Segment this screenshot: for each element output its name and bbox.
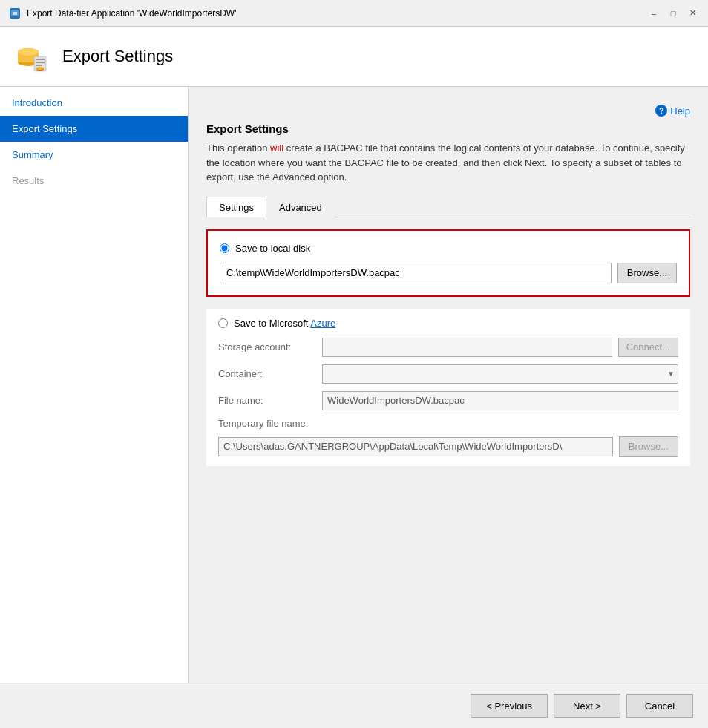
previous-button[interactable]: < Previous [471, 694, 548, 718]
save-azure-radio[interactable] [218, 318, 228, 328]
local-path-input[interactable] [220, 263, 612, 283]
save-local-option: Save to local disk [220, 243, 677, 254]
main-panel: ? Help Export Settings This operation wi… [189, 87, 708, 683]
main-content: ? Help Export Settings This operation wi… [189, 87, 708, 683]
main-window: Export Settings Introduction Export Sett… [0, 27, 708, 728]
temp-path-row: Browse... [218, 436, 678, 457]
content-area: Introduction Export Settings Summary Res… [0, 87, 708, 683]
container-dropdown: ▼ [322, 364, 678, 384]
container-dropdown-arrow: ▼ [667, 370, 675, 378]
sidebar-item-results: Results [0, 168, 188, 194]
local-browse-button[interactable]: Browse... [617, 263, 677, 283]
azure-section: Save to Microsoft Azure Storage account:… [206, 309, 690, 466]
storage-account-row: Storage account: Connect... [218, 338, 678, 357]
title-bar: Export Data-tier Application 'WideWorldI… [0, 0, 708, 27]
local-path-row: Browse... [220, 263, 677, 283]
save-azure-label[interactable]: Save to Microsoft Azure [234, 318, 335, 329]
sidebar: Introduction Export Settings Summary Res… [0, 87, 189, 683]
header: Export Settings [0, 27, 708, 87]
header-title: Export Settings [62, 47, 173, 66]
save-local-radio[interactable] [220, 243, 229, 253]
help-icon: ? [655, 105, 667, 117]
temp-browse-button: Browse... [619, 436, 678, 457]
section-title: Export Settings [206, 122, 690, 135]
azure-header: Save to Microsoft Azure [218, 318, 678, 329]
temp-file-name-row: Temporary file name: [218, 418, 678, 429]
sidebar-item-summary[interactable]: Summary [0, 142, 188, 168]
section-description: This operation will create a BACPAC file… [206, 141, 690, 185]
svg-point-13 [36, 67, 44, 70]
sidebar-item-introduction[interactable]: Introduction [0, 90, 188, 116]
app-icon [9, 7, 21, 19]
storage-account-label: Storage account: [218, 341, 322, 352]
svg-rect-9 [36, 62, 45, 63]
temp-file-label: Temporary file name: [218, 418, 322, 429]
file-name-row: File name: [218, 391, 678, 410]
local-disk-settings-box: Save to local disk Browse... [206, 229, 690, 297]
maximize-button[interactable]: □ [666, 7, 680, 20]
next-button[interactable]: Next > [554, 694, 620, 718]
svg-rect-2 [13, 12, 17, 15]
window-controls: – □ ✕ [647, 7, 699, 20]
help-link[interactable]: ? Help [655, 105, 690, 117]
help-label: Help [670, 105, 690, 117]
tab-bar: Settings Advanced [206, 197, 690, 217]
sidebar-item-export-settings[interactable]: Export Settings [0, 116, 188, 142]
minimize-button[interactable]: – [647, 7, 661, 20]
azure-label-text: Azure [310, 318, 335, 329]
container-label: Container: [218, 368, 322, 379]
file-name-label: File name: [218, 395, 322, 406]
tab-settings[interactable]: Settings [206, 197, 266, 217]
svg-rect-10 [36, 65, 42, 66]
header-icon [15, 39, 50, 74]
highlight-will: will [270, 142, 283, 154]
footer: < Previous Next > Cancel [0, 683, 708, 728]
svg-rect-8 [36, 59, 45, 60]
container-row: Container: ▼ [218, 364, 678, 384]
save-local-label[interactable]: Save to local disk [235, 243, 310, 254]
tab-advanced[interactable]: Advanced [266, 197, 335, 217]
connect-button: Connect... [618, 338, 678, 357]
temp-path-input [218, 437, 613, 456]
close-button[interactable]: ✕ [686, 7, 699, 20]
svg-point-6 [18, 48, 39, 56]
help-bar: ? Help [206, 102, 690, 122]
cancel-button[interactable]: Cancel [626, 694, 693, 718]
storage-account-input [322, 338, 612, 357]
export-db-icon [15, 39, 50, 74]
file-name-input [322, 391, 678, 410]
window-title: Export Data-tier Application 'WideWorldI… [27, 8, 236, 19]
